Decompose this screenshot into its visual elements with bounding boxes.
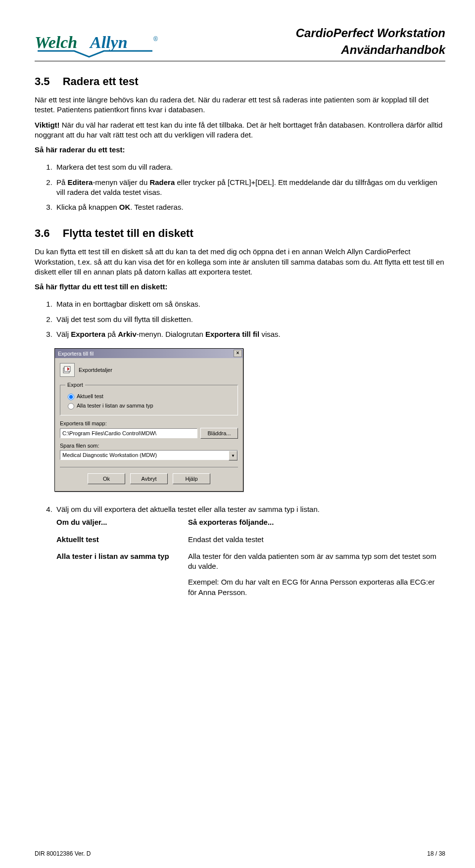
export-details-icon xyxy=(60,363,75,377)
dialog-titlebar[interactable]: Exportera till fil × xyxy=(55,349,243,358)
section-3-5-intro: När ett test inte längre behövs kan du r… xyxy=(35,95,445,115)
svg-text:®: ® xyxy=(153,36,158,43)
section-number: 3.6 xyxy=(35,227,50,239)
header-titles: CardioPerfect Workstation Användarhandbo… xyxy=(296,25,445,58)
export-dialog: Exportera till fil × Exportdetaljer Expo… xyxy=(54,348,243,492)
table-row-2-result: Alla tester för den valda patienten som … xyxy=(188,551,445,597)
footer-page-number: 18 / 38 xyxy=(427,850,445,857)
section-3-6-heading: 3.6 Flytta testet till en diskett xyxy=(35,227,445,240)
table-header-result: Så exporteras följande... xyxy=(188,517,445,527)
export-group: Export Aktuell test Alla tester i listan… xyxy=(60,382,238,415)
page-header: Welch Allyn ® CardioPerfect Workstation … xyxy=(35,25,445,61)
svg-text:Allyn: Allyn xyxy=(89,33,128,51)
radio-current-test-input[interactable] xyxy=(68,394,74,400)
section-3-5-heading: 3.5 Radera ett test xyxy=(35,75,445,88)
radio-current-test[interactable]: Aktuell test xyxy=(65,392,233,400)
product-title: CardioPerfect Workstation xyxy=(296,25,445,42)
howto-delete-title: Så här raderar du ett test: xyxy=(35,145,445,155)
export-steps: Mata in en borttagbar diskett om så önsk… xyxy=(35,299,445,339)
export-step-1: Mata in en borttagbar diskett om så önsk… xyxy=(54,299,445,309)
table-row-1-result: Endast det valda testet xyxy=(188,535,445,545)
delete-step-1: Markera det test som du vill radera. xyxy=(54,162,445,172)
chevron-down-icon[interactable]: ▼ xyxy=(229,451,238,460)
export-legend: Export xyxy=(65,382,85,388)
export-step-3: Välj Exportera på Arkiv-menyn. Dialogrut… xyxy=(54,329,445,339)
footer-doc-id: DIR 80012386 Ver. D xyxy=(35,850,91,857)
table-header-choice: Om du väljer... xyxy=(56,517,180,527)
important-label: Viktigt! xyxy=(35,121,60,129)
close-icon[interactable]: × xyxy=(234,350,242,357)
important-text: När du väl har raderat ett test kan du i… xyxy=(35,121,442,139)
brand-logo: Welch Allyn ® xyxy=(35,31,163,58)
page-footer: DIR 80012386 Ver. D 18 / 38 xyxy=(35,850,445,857)
radio-all-tests[interactable]: Alla tester i listan av samma typ xyxy=(65,402,233,410)
section-3-6-intro: Du kan flytta ett test till en diskett s… xyxy=(35,247,445,277)
dialog-details-row: Exportdetaljer xyxy=(60,363,238,377)
folder-label: Exportera till mapp: xyxy=(60,420,238,426)
section-3-5-important: Viktigt! När du väl har raderat ett test… xyxy=(35,120,445,140)
delete-step-3: Klicka på knappen OK. Testet raderas. xyxy=(54,202,445,212)
export-details-label: Exportdetaljer xyxy=(79,367,112,373)
section-title: Flytta testet till en diskett xyxy=(63,227,193,239)
section-number: 3.5 xyxy=(35,75,50,88)
help-button[interactable]: Hjälp xyxy=(173,473,210,484)
save-as-label: Spara filen som: xyxy=(60,443,238,449)
export-steps-cont: Välj om du vill exportera det aktuella t… xyxy=(35,504,445,597)
doc-title: Användarhandbok xyxy=(296,42,445,58)
export-step-2: Välj det test som du vill flytta till di… xyxy=(54,315,445,324)
welchallyn-logo-icon: Welch Allyn ® xyxy=(35,31,163,58)
table-row-2-choice: Alla tester i listan av samma typ xyxy=(56,551,180,597)
export-step-4: Välj om du vill exportera det aktuella t… xyxy=(54,504,445,597)
svg-text:Welch: Welch xyxy=(35,33,77,51)
ok-button[interactable]: Ok xyxy=(88,473,125,484)
browse-button[interactable]: Bläddra... xyxy=(200,428,238,439)
table-row-2-example: Exempel: Om du har valt en ECG för Anna … xyxy=(188,577,445,597)
radio-all-tests-input[interactable] xyxy=(68,403,74,410)
dialog-title: Exportera till fil xyxy=(58,351,94,357)
delete-steps: Markera det test som du vill radera. På … xyxy=(35,162,445,212)
howto-export-title: Så här flyttar du ett test till en diske… xyxy=(35,282,445,292)
table-row-1-choice: Aktuellt test xyxy=(56,535,180,545)
export-folder-input[interactable] xyxy=(60,428,197,438)
file-format-select[interactable] xyxy=(60,450,238,460)
section-title: Radera ett test xyxy=(63,75,139,88)
cancel-button[interactable]: Avbryt xyxy=(130,473,168,484)
delete-step-2: På Editera-menyn väljer du Radera eller … xyxy=(54,178,445,198)
